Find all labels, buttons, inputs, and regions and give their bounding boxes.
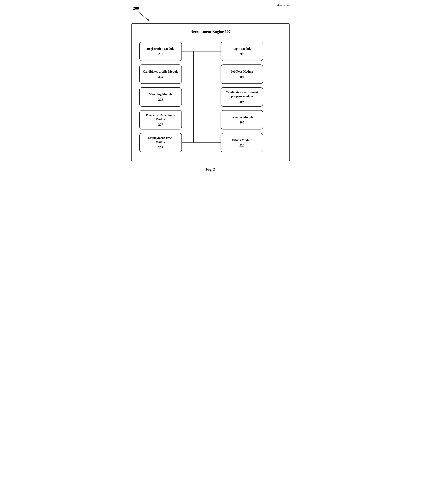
module-name-203: Candidates profile Module bbox=[143, 70, 178, 74]
module-num-209: 209 bbox=[158, 146, 163, 149]
module-name-210: Others Module bbox=[232, 138, 252, 142]
module-num-210: 210 bbox=[239, 144, 244, 147]
module-num-205: 205 bbox=[158, 98, 163, 102]
right-module-206: Candidate's recruitment progress module2… bbox=[220, 87, 263, 107]
module-name-208: Incentive Module bbox=[230, 115, 254, 120]
diagram-arrow: 200 bbox=[133, 6, 156, 23]
module-num-201: 201 bbox=[158, 52, 163, 56]
connector-area bbox=[182, 42, 220, 153]
module-name-201: Registration Module bbox=[147, 47, 174, 51]
module-name-209: Employment Track Module bbox=[143, 136, 178, 144]
right-column: Login Module202Job Post Module204Candida… bbox=[220, 42, 263, 153]
left-module-209: Employment Track Module209 bbox=[139, 133, 182, 152]
ref-number: Sheet No. 02 bbox=[277, 4, 290, 7]
main-diagram-box: Recruitment Engine 107 Registration Modu… bbox=[131, 23, 290, 161]
right-module-208: Incentive Module208 bbox=[220, 110, 263, 130]
main-title: Recruitment Engine 107 bbox=[139, 30, 282, 34]
module-num-204: 204 bbox=[239, 75, 244, 78]
page-wrapper: Sheet No. 02 200 Recruitment Engine 107 … bbox=[131, 4, 290, 172]
left-module-207: Placement Acceptance Module207 bbox=[139, 110, 182, 130]
right-module-204: Job Post Module204 bbox=[220, 65, 263, 84]
right-module-202: Login Module202 bbox=[220, 42, 263, 61]
left-module-201: Registration Module201 bbox=[139, 42, 182, 61]
module-num-202: 202 bbox=[239, 52, 244, 56]
connector-svg bbox=[182, 42, 220, 152]
left-module-203: Candidates profile Module203 bbox=[139, 65, 182, 84]
module-name-207: Placement Acceptance Module bbox=[143, 113, 178, 121]
module-name-202: Login Module bbox=[232, 47, 251, 51]
svg-marker-2 bbox=[147, 19, 149, 21]
svg-text:200: 200 bbox=[133, 6, 139, 11]
module-name-206: Candidate's recruitment progress module bbox=[224, 90, 260, 98]
module-num-207: 207 bbox=[158, 123, 163, 126]
diagram-container: Registration Module201Candidates profile… bbox=[139, 42, 282, 153]
fig-label: Fig. 2 bbox=[131, 167, 290, 172]
module-num-208: 208 bbox=[239, 121, 244, 124]
module-name-205: Matching Module bbox=[149, 92, 172, 96]
module-num-206: 206 bbox=[239, 100, 244, 103]
module-name-204: Job Post Module bbox=[231, 70, 253, 74]
module-num-203: 203 bbox=[158, 75, 163, 78]
left-column: Registration Module201Candidates profile… bbox=[139, 42, 182, 153]
right-module-210: Others Module210 bbox=[220, 133, 263, 152]
left-module-205: Matching Module205 bbox=[139, 87, 182, 107]
